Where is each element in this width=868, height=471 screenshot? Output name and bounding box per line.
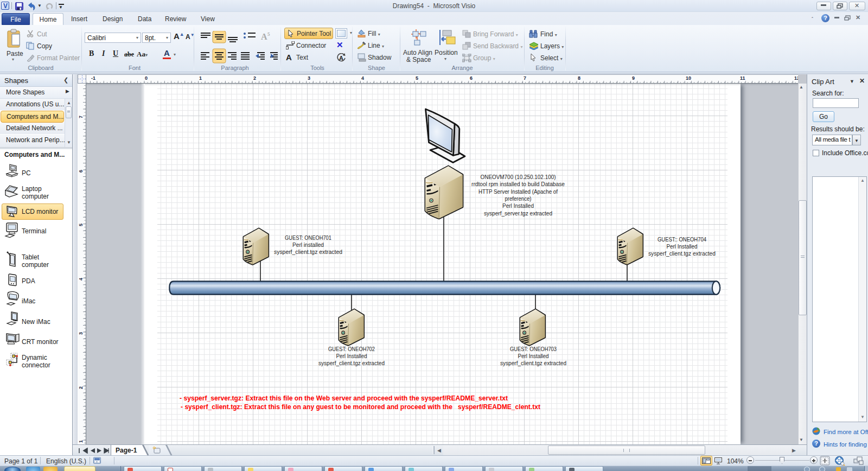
svg-text:Perl Installed: Perl Installed [518, 353, 549, 359]
svg-text:Perl installed: Perl installed [292, 241, 324, 248]
svg-text:GUEST:: ONEOH704: GUEST:: ONEOH704 [658, 236, 706, 243]
svg-text:- sysperf_server.tgz: Extract: - sysperf_server.tgz: Extract this file … [180, 394, 508, 402]
svg-text:sysperf_client.tgz extracted: sysperf_client.tgz extracted [318, 360, 385, 366]
svg-text:GUEST: ONEOH703: GUEST: ONEOH703 [510, 346, 557, 352]
svg-text:ONEOVM700 (10.250.102.100): ONEOVM700 (10.250.102.100) [481, 174, 556, 180]
svg-text:Perl Installed: Perl Installed [667, 243, 698, 250]
svg-text:sysperf_client.tgz extracted: sysperf_client.tgz extracted [274, 249, 342, 255]
svg-text:A: A [261, 32, 267, 41]
svg-text:rrdtool rpm installed to build: rrdtool rpm installed to build Database [471, 181, 565, 187]
svg-text:sysperf_client.tgz extracted: sysperf_client.tgz extracted [500, 360, 566, 366]
svg-text:- sysperf_client.tgz: Extract: - sysperf_client.tgz: Extract this file … [181, 403, 541, 411]
svg-text:GUEST: ONEOH701: GUEST: ONEOH701 [285, 234, 331, 241]
svg-text:Perl Installed: Perl Installed [502, 202, 534, 209]
svg-text:sysperf_server.tgz extracted: sysperf_server.tgz extracted [484, 210, 552, 217]
svg-text:preference): preference) [505, 195, 532, 202]
svg-text:GUEST: ONEOH702: GUEST: ONEOH702 [328, 346, 375, 352]
svg-text:A: A [339, 55, 343, 61]
svg-text:5: 5 [267, 31, 270, 37]
svg-text:Perl Installed: Perl Installed [336, 353, 367, 359]
svg-text:sysperf_client.tgz extracted: sysperf_client.tgz extracted [648, 250, 716, 257]
svg-text:HTTP Server Installed (Apache: HTTP Server Installed (Apache of [478, 188, 558, 195]
